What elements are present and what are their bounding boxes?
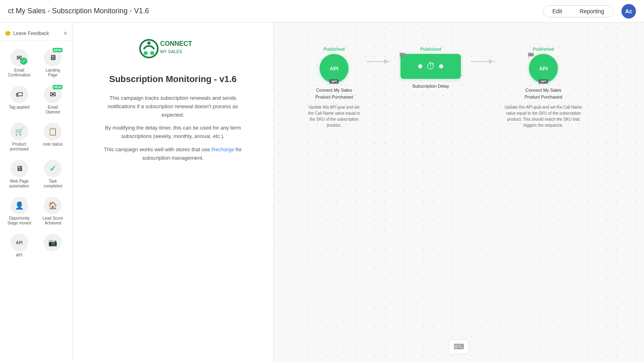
task-completed-icon: ✓: [44, 160, 62, 177]
svg-point-1: [147, 41, 151, 45]
sidebar-item-email-confirmation-label: EmailConfirmation: [8, 68, 31, 78]
brand-logo: CONNECT MY SALES: [137, 35, 209, 64]
campaign-desc-3-prefix: This campaign works well with stores tha…: [104, 146, 211, 152]
flow-node-3: Published 🏁 API API Connect My SalesProd…: [499, 47, 588, 128]
recharge-link[interactable]: Recharge: [212, 146, 234, 152]
email-confirmation-icon: ✉ ✓: [10, 49, 28, 66]
main-content: CONNECT MY SALES Subscription Monitoring…: [72, 23, 644, 362]
flow-arrow-1: [362, 61, 394, 62]
node3-description: Update this API goal and set the Call Na…: [503, 104, 584, 128]
sidebar-item-api[interactable]: API API: [3, 230, 35, 261]
campaign-desc-1: This campaign tracks subscription renewa…: [97, 94, 250, 119]
brand-logo-svg: CONNECT MY SALES: [137, 35, 209, 63]
flow-diagram: Published API API Connect My SalesProduc…: [306, 47, 588, 128]
sidebar-item-camera[interactable]: 📷: [37, 230, 69, 261]
sidebar-item-product-purchased-label: Productpurchased: [10, 142, 29, 152]
node3-flag-icon: 🏁: [527, 52, 534, 59]
node3-api-text: API: [539, 66, 548, 72]
node2-delay-rect[interactable]: ⏱: [400, 54, 461, 79]
web-page-automation-icon: 🖥: [10, 160, 28, 177]
tag-applied-icon: 🏷: [10, 86, 28, 103]
sidebar-item-opportunity-stage-moved[interactable]: 👤 OpportunityStage moved: [3, 193, 35, 229]
node3-status: Published: [533, 47, 554, 51]
view-toggle: Edit Reporting: [543, 5, 613, 17]
sidebar-item-landing-page[interactable]: 🖥 NEW LandingPage: [37, 45, 69, 81]
campaign-title: Subscription Monitoring - v1.6: [109, 74, 237, 84]
node2-clock-icon: ⏱: [426, 61, 435, 72]
arrow-line-2: [471, 61, 495, 62]
landing-page-icon: 🖥 NEW: [44, 49, 62, 66]
svg-text:MY SALES: MY SALES: [160, 49, 182, 54]
sidebar-item-task-completed[interactable]: ✓ Taskcompleted: [37, 156, 69, 192]
sidebar-item-lead-score-achieved[interactable]: 🏠 Lead ScoreAchieved: [37, 193, 69, 229]
campaign-desc-2: By modifying the delay timer, this can b…: [97, 124, 250, 141]
node3-label: Connect My SalesProduct Purchased: [524, 87, 562, 100]
svg-point-3: [150, 51, 154, 55]
sidebar-item-api-label: API: [16, 253, 23, 258]
campaign-desc-3: This campaign works well with stores tha…: [97, 146, 250, 162]
sidebar-item-note-status-label: note status: [43, 142, 63, 147]
arrow-line-1: [366, 61, 390, 62]
node2-label: Subscription Delay: [412, 83, 449, 90]
feedback-icon: 🙂: [5, 31, 11, 36]
campaign-description: This campaign tracks subscription renewa…: [97, 94, 250, 167]
node3-circle-wrap: 🏁 API API: [529, 54, 558, 83]
sidebar-item-tag-applied-label: Tag applied: [9, 105, 29, 110]
keyboard-icon: ⌨: [454, 342, 464, 351]
flow-node-1: Published API API Connect My SalesProduc…: [306, 47, 362, 128]
email-opened-icon: ✉ NEW: [44, 86, 62, 103]
feedback-close-button[interactable]: ×: [64, 30, 67, 37]
new-badge-email: NEW: [53, 85, 63, 89]
feedback-left: 🙂 Leave Feedback: [5, 31, 49, 36]
sidebar-item-web-page-automation-label: Web Pageautomation: [9, 179, 29, 189]
node3-api-badge: API: [539, 79, 548, 84]
lead-score-achieved-icon: 🏠: [44, 197, 62, 214]
sidebar-item-web-page-automation[interactable]: 🖥 Web Pageautomation: [3, 156, 35, 192]
sidebar-items: ✉ ✓ EmailConfirmation 🖥 NEW LandingPage …: [0, 44, 72, 263]
flow-arrow-2: [467, 61, 499, 62]
api-icon: API: [10, 234, 28, 251]
node1-circle[interactable]: API API: [320, 54, 349, 83]
sidebar-item-product-purchased[interactable]: 🛒 Productpurchased: [3, 119, 35, 155]
header-title: ct My Sales - Subscription Monitoring - …: [8, 7, 149, 15]
header: ct My Sales - Subscription Monitoring - …: [0, 0, 644, 23]
node2-flag-icon: 🏁: [399, 52, 406, 59]
svg-point-2: [144, 51, 148, 55]
sidebar-item-email-opened-label: EmailOpened: [45, 105, 60, 115]
node2-dot-left: [418, 64, 422, 68]
product-purchased-icon: 🛒: [10, 123, 28, 140]
account-button[interactable]: Ac: [621, 4, 636, 19]
node1-description: Update this API goal and set the Call Na…: [308, 104, 360, 128]
left-panel: CONNECT MY SALES Subscription Monitoring…: [72, 23, 274, 362]
edit-button[interactable]: Edit: [543, 6, 571, 17]
opportunity-stage-moved-icon: 👤: [10, 197, 28, 214]
sidebar: 🙂 Leave Feedback × ✉ ✓ EmailConfirmation…: [0, 23, 72, 362]
bottom-toolbar[interactable]: ⌨: [448, 339, 469, 354]
svg-text:CONNECT: CONNECT: [160, 40, 192, 47]
new-badge: NEW: [53, 48, 63, 52]
arrow-head-2: [489, 59, 495, 64]
node1-label: Connect My SalesProduct Purchased: [315, 87, 353, 100]
node1-status: Published: [324, 47, 345, 51]
arrow-head-1: [384, 59, 391, 64]
flow-node-2: Published 🏁 ⏱ Subscription Delay: [394, 47, 467, 90]
header-actions: Edit Reporting Ac: [543, 4, 636, 19]
sidebar-item-opportunity-stage-moved-label: OpportunityStage moved: [7, 216, 31, 226]
feedback-bar: 🙂 Leave Feedback ×: [0, 27, 72, 41]
sidebar-item-email-confirmation[interactable]: ✉ ✓ EmailConfirmation: [3, 45, 35, 81]
sidebar-item-tag-applied[interactable]: 🏷 Tag applied: [3, 82, 35, 118]
reporting-button[interactable]: Reporting: [571, 6, 613, 17]
canvas-panel[interactable]: Published API API Connect My SalesProduc…: [274, 23, 644, 362]
node1-circle-wrap: API API: [320, 54, 349, 83]
sidebar-item-note-status[interactable]: 📋 note status: [37, 119, 69, 155]
node2-dot-right: [439, 64, 443, 68]
sidebar-item-task-completed-label: Taskcompleted: [43, 179, 62, 189]
node2-status: Published: [420, 47, 442, 51]
node2-rect-wrap: 🏁 ⏱: [400, 54, 461, 79]
node1-api-text: API: [330, 66, 339, 72]
sidebar-item-email-opened[interactable]: ✉ NEW EmailOpened: [37, 82, 69, 118]
feedback-label: Leave Feedback: [13, 31, 49, 36]
sidebar-item-lead-score-achieved-label: Lead ScoreAchieved: [43, 216, 63, 226]
node1-api-badge: API: [329, 79, 339, 84]
sidebar-item-landing-page-label: LandingPage: [45, 68, 60, 78]
